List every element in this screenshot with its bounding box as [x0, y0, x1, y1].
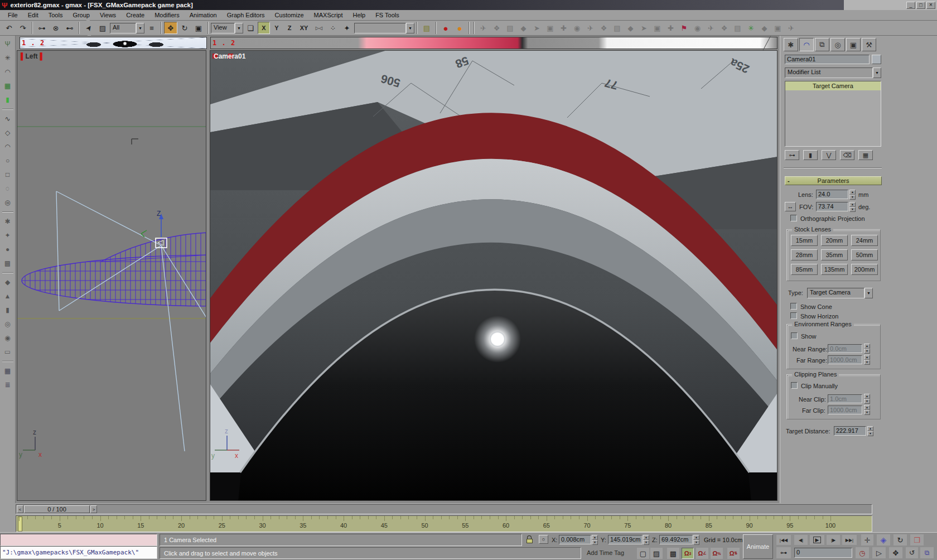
z-coord-spinner[interactable]: ▲▼	[693, 535, 699, 545]
fs-tools-icon[interactable]: ▤	[731, 22, 744, 34]
snap-3d-toggle[interactable]: Ω3	[682, 548, 694, 559]
grid-small-icon[interactable]: ▦	[2, 365, 14, 377]
restrict-z-button[interactable]: Z	[283, 22, 296, 34]
stock-lens-20mm[interactable]: 20mm	[821, 235, 848, 246]
z-coord-field[interactable]: 69.492cm	[659, 535, 693, 544]
maximize-button[interactable]: □	[916, 2, 925, 9]
far-clip-spinner[interactable]: ▲▼	[864, 405, 870, 415]
fs-tools-icon[interactable]: ✈	[785, 22, 798, 34]
fs-tools-icon[interactable]: ▣	[771, 22, 784, 34]
make-unique-icon[interactable]: ⋁	[822, 150, 836, 160]
arc-select-icon[interactable]: ◠	[2, 141, 14, 153]
spinner-snap-toggle[interactable]: Ω⇅	[727, 548, 740, 559]
lens-field[interactable]: 24.0	[816, 190, 848, 199]
chevron-down-icon[interactable]: ▼	[864, 288, 873, 298]
time-configuration-icon[interactable]: ◷	[856, 547, 869, 558]
fs-tools-icon[interactable]: ✳	[745, 22, 757, 34]
y-coord-spinner[interactable]: ▲▼	[643, 535, 649, 545]
select-and-scale-icon[interactable]: ▣	[192, 22, 205, 34]
time-slider-left-arrow[interactable]: <	[17, 505, 23, 513]
minimize-button[interactable]: _	[906, 2, 915, 9]
menu-item-fs-tools[interactable]: FS Tools	[371, 11, 404, 20]
menu-item-edit[interactable]: Edit	[23, 11, 43, 20]
viewport-camera[interactable]: 506 58 77 25a 252	[210, 50, 777, 501]
selection-region-icon[interactable]: ▨	[96, 22, 109, 34]
array-icon[interactable]: ⁘	[326, 22, 340, 34]
restrict-y-button[interactable]: Y	[271, 22, 283, 34]
fov-direction-button[interactable]: ↔	[785, 202, 796, 211]
viewport-left[interactable]: Z z y x ▌Left▐	[17, 50, 206, 501]
arc-rotate-icon[interactable]: ↻	[893, 534, 907, 545]
orthographic-checkbox[interactable]	[790, 215, 797, 221]
fs-tools-icon[interactable]: ◉	[571, 22, 583, 34]
fs-tools-icon[interactable]: ✈	[704, 22, 717, 34]
fs-tools-icon[interactable]: ◆	[758, 22, 771, 34]
lamp-toggle-icon[interactable]: ▮	[2, 94, 14, 106]
pan-hand-icon[interactable]: ✥	[889, 547, 902, 558]
tree-icon[interactable]: Ψ	[2, 38, 14, 50]
percent-snap-toggle[interactable]: Ω%	[711, 548, 723, 559]
prev-frame-button[interactable]: ◀|	[794, 535, 808, 545]
stock-lens-85mm[interactable]: 85mm	[791, 264, 818, 275]
fs-tools-icon[interactable]: ▣	[651, 22, 664, 34]
absolute-mode-toggle[interactable]: ○	[539, 535, 548, 544]
region-zoom-icon[interactable]: ⧉	[920, 547, 934, 558]
render-icon[interactable]: ●	[453, 22, 466, 34]
field-of-view-icon[interactable]: ▷	[872, 547, 886, 558]
fs-tools-icon[interactable]: ▣	[544, 22, 557, 34]
arc-rotate-subobject-icon[interactable]: ↺	[906, 547, 918, 558]
fs-tools-icon[interactable]: ◆	[517, 22, 530, 34]
reference-coordsys-dropdown[interactable]: View▼	[211, 23, 243, 33]
spline-icon[interactable]: ∿	[2, 113, 14, 125]
fs-tools-icon[interactable]: ▤	[504, 22, 516, 34]
select-object-icon[interactable]: ➤	[80, 19, 98, 37]
fov-field[interactable]: 73.74	[816, 202, 848, 211]
unlink-icon[interactable]: ⊗	[49, 22, 62, 34]
fs-tools-icon[interactable]: ▤	[611, 22, 624, 34]
menu-item-graph-editors[interactable]: Graph Editors	[223, 11, 269, 20]
parameters-rollout-header[interactable]: - Parameters	[785, 176, 882, 185]
create-tab[interactable]: ✱	[784, 38, 798, 51]
menu-item-group[interactable]: Group	[68, 11, 94, 20]
chevron-down-icon[interactable]: ▼	[136, 23, 144, 33]
near-range-spinner[interactable]: ▲▼	[864, 344, 870, 354]
show-cone-checkbox[interactable]	[790, 303, 797, 310]
material-editor-icon[interactable]: ●	[439, 22, 452, 34]
time-slider-track[interactable]: < 0 / 100 >	[16, 504, 872, 514]
box-tool-icon[interactable]: ▩	[2, 257, 14, 269]
menu-item-tools[interactable]: Tools	[44, 11, 67, 20]
shape-icon[interactable]: ◆	[2, 276, 14, 288]
target-icon[interactable]: ◎	[2, 196, 14, 209]
utilities-tab[interactable]: ⚒	[862, 38, 876, 51]
restrict-x-button[interactable]: X	[258, 22, 270, 34]
brush-icon[interactable]: ✦	[2, 229, 14, 242]
redo-icon[interactable]: ↷	[16, 22, 30, 34]
lens-spinner[interactable]: ▲▼	[849, 190, 856, 200]
fov-spinner[interactable]: ▲▼	[849, 202, 856, 212]
clip-manually-checkbox[interactable]	[791, 382, 798, 389]
near-clip-spinner[interactable]: ▲▼	[864, 394, 870, 404]
hierarchy-tab[interactable]: ⧉	[815, 38, 829, 51]
align-icon[interactable]: ✦	[340, 22, 354, 34]
z-axis-gizmo[interactable]: Z	[141, 210, 163, 237]
stock-lens-35mm[interactable]: 35mm	[821, 249, 848, 260]
far-clip-field[interactable]: 1000.0cm	[828, 405, 862, 414]
snap-cube-icon[interactable]: ▩	[667, 548, 679, 559]
chevron-down-icon[interactable]: ▼	[235, 23, 243, 33]
remove-modifier-icon[interactable]: ⌫	[840, 150, 854, 160]
menu-item-help[interactable]: Help	[349, 11, 370, 20]
far-range-field[interactable]: 1000.0cm	[828, 355, 862, 364]
maxscript-listener-line1[interactable]	[0, 534, 157, 546]
track-view-icon[interactable]: ▤	[420, 22, 433, 34]
named-selection-dropdown[interactable]: ▼	[354, 23, 414, 33]
near-range-field[interactable]: 0.0cm	[828, 344, 862, 353]
viewport-camera-label[interactable]: Camera01	[214, 52, 245, 60]
show-end-result-icon[interactable]: ▮	[803, 150, 818, 160]
chevron-down-icon[interactable]: ▼	[873, 67, 881, 78]
aircraft-wireframe[interactable]	[22, 233, 206, 306]
stock-lens-24mm[interactable]: 24mm	[851, 235, 878, 246]
undo-icon[interactable]: ↶	[2, 22, 16, 34]
menu-item-animation[interactable]: Animation	[185, 11, 221, 20]
select-and-link-icon[interactable]: ⊶	[35, 22, 49, 34]
mirror-icon[interactable]: ▷◁	[312, 22, 326, 34]
